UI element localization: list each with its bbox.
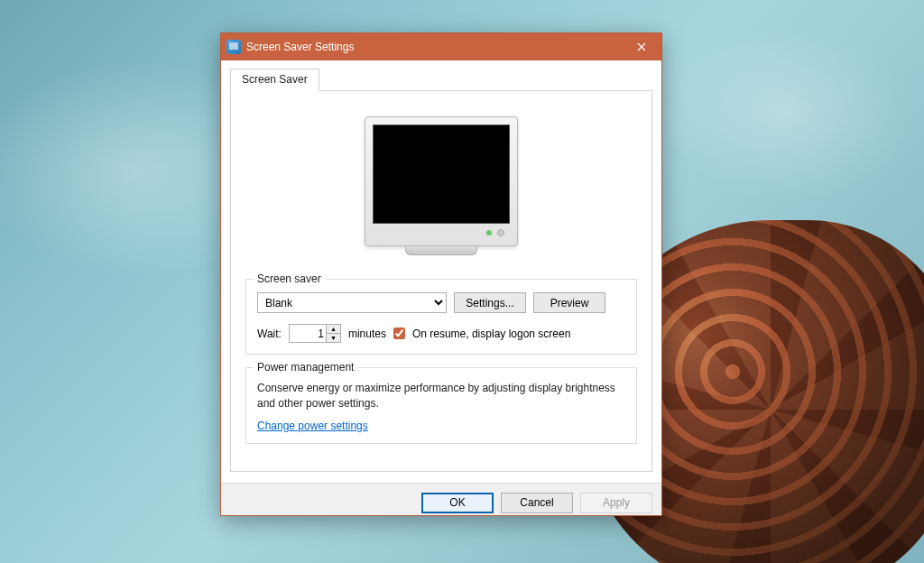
ok-button[interactable]: OK	[421, 493, 494, 513]
preview-area	[245, 116, 637, 255]
resume-checkbox[interactable]	[393, 328, 405, 339]
tab-page: Screen saver Blank Settings... Preview W…	[230, 91, 652, 472]
tab-screen-saver[interactable]: Screen Saver	[230, 69, 319, 91]
spinner-down-icon[interactable]: ▼	[327, 334, 340, 342]
wait-spinner[interactable]: ▲ ▼	[327, 324, 341, 343]
cancel-button[interactable]: Cancel	[501, 493, 573, 513]
screensaver-group-label: Screen saver	[254, 272, 325, 285]
screensaver-group: Screen saver Blank Settings... Preview W…	[245, 279, 637, 355]
window-title: Screen Saver Settings	[246, 41, 621, 53]
power-led-icon	[486, 230, 492, 235]
monitor-preview	[365, 116, 518, 246]
monitor-stand	[405, 246, 477, 255]
apply-button: Apply	[580, 493, 652, 513]
wait-input[interactable]	[289, 324, 327, 343]
close-button[interactable]	[621, 33, 661, 60]
settings-button[interactable]: Settings...	[454, 292, 526, 313]
monitor-bezel	[373, 224, 510, 242]
power-group: Power management Conserve energy or maxi…	[245, 367, 637, 444]
resume-label: On resume, display logon screen	[412, 328, 570, 340]
monitor-button-icon	[497, 229, 504, 236]
close-icon	[637, 42, 646, 51]
app-icon	[226, 40, 241, 54]
monitor-screen	[373, 125, 510, 224]
titlebar[interactable]: Screen Saver Settings	[221, 33, 661, 60]
preview-button[interactable]: Preview	[533, 292, 605, 313]
spinner-up-icon[interactable]: ▲	[327, 325, 340, 334]
tabstrip: Screen Saver	[230, 68, 652, 91]
wait-label: Wait:	[257, 328, 282, 340]
screen-saver-settings-dialog: Screen Saver Settings Screen Saver	[220, 32, 662, 516]
change-power-settings-link[interactable]: Change power settings	[257, 420, 368, 432]
power-description: Conserve energy or maximize performance …	[257, 381, 625, 412]
wait-unit-label: minutes	[348, 328, 386, 340]
screensaver-combo[interactable]: Blank	[257, 292, 447, 313]
power-group-label: Power management	[254, 361, 357, 374]
dialog-buttons: OK Cancel Apply	[221, 483, 661, 515]
